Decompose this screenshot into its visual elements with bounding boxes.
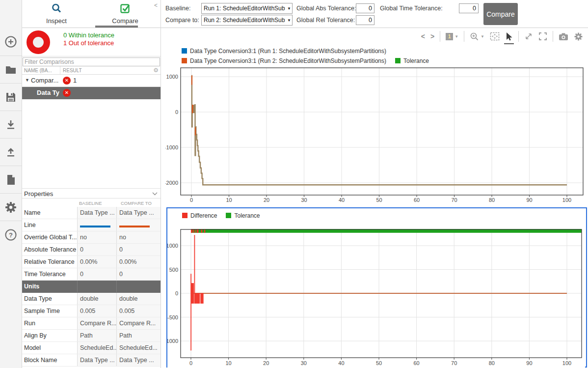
svg-text:50: 50 <box>376 360 382 366</box>
legend-label-difference[interactable]: Difference <box>190 212 217 219</box>
prev-page-icon[interactable]: < <box>421 32 425 40</box>
legend-swatch-run2 <box>182 58 187 63</box>
tab-compare[interactable]: Compare <box>91 0 160 28</box>
svg-text:10: 10 <box>226 197 232 203</box>
settings-button[interactable] <box>0 193 22 221</box>
expand-plot-button[interactable] <box>524 32 533 41</box>
legend-label-tolerance[interactable]: Tolerance <box>403 57 429 64</box>
baseline-chart-legend: Data Type Conversion3:1 (Run 1: Schedule… <box>182 47 429 67</box>
tab-inspect-label: Inspect <box>46 17 67 25</box>
svg-text:30: 30 <box>301 197 307 203</box>
compare-setup-bar: Baseline: Run 1: ScheduleEditorWithSubsy… <box>161 0 588 28</box>
svg-text:70: 70 <box>451 360 457 366</box>
export-button[interactable] <box>0 138 22 166</box>
compareto-run-dropdown[interactable]: Run 2: ScheduleEditorWithSubsystemPartit… <box>201 15 293 26</box>
property-row-model: Model ScheduleEd... ScheduleEd... <box>22 342 160 354</box>
snapshot-button[interactable] <box>559 32 568 41</box>
svg-text:90: 90 <box>526 197 532 203</box>
zoom-tool-button[interactable]: ▼ <box>470 32 484 41</box>
signal-name: Data Ty <box>30 89 59 96</box>
compare-line-swatch <box>119 226 150 227</box>
fit-to-view-button[interactable] <box>490 32 500 41</box>
help-button[interactable]: ? <box>0 221 22 248</box>
svg-text:0: 0 <box>190 197 193 203</box>
table-settings-icon[interactable]: ⚙ <box>153 67 159 74</box>
svg-text:0: 0 <box>175 109 178 115</box>
comparison-group-row[interactable]: ▼ Compar... ✕ 1 <box>22 75 160 87</box>
dropdown-caret-icon: ▼ <box>287 18 291 23</box>
legend-swatch-tolerance <box>226 213 231 218</box>
compare-button[interactable]: Compare <box>483 3 518 25</box>
comparison-group-name: Compar... <box>31 77 59 84</box>
global-time-tolerance-input[interactable] <box>459 3 479 13</box>
svg-text:1000: 1000 <box>167 243 178 249</box>
property-row-sample-time: Sample Time 0.005 0.005 <box>22 305 160 317</box>
report-button[interactable] <box>0 166 22 193</box>
camera-icon <box>559 32 568 41</box>
global-time-tolerance-label: Global Time Tolerance: <box>380 5 443 12</box>
legend-swatch-run1 <box>182 48 187 54</box>
resize-diagonal-icon <box>524 32 533 41</box>
within-tolerance-text: 0 Within tolerance <box>63 31 114 39</box>
legend-label-run1[interactable]: Data Type Conversion3:1 (Run 1: Schedule… <box>190 48 386 55</box>
svg-text:20: 20 <box>263 360 269 366</box>
open-button[interactable] <box>0 56 22 83</box>
legend-label-tolerance[interactable]: Tolerance <box>234 212 260 219</box>
expand-caret-icon[interactable]: ▼ <box>25 78 29 83</box>
save-button[interactable] <box>0 83 22 111</box>
add-icon <box>4 35 17 48</box>
zoom-in-icon <box>470 32 479 41</box>
comparison-table-header: NAME (BA... RESULT ⚙ <box>22 66 160 75</box>
plot-settings-button[interactable] <box>574 32 583 41</box>
difference-chart[interactable]: 010203040506070809010010005000-500-1000 <box>167 222 585 368</box>
gear-icon <box>574 32 583 41</box>
svg-text:0: 0 <box>175 290 178 296</box>
svg-text:40: 40 <box>339 197 345 203</box>
property-row-units: Units <box>22 281 160 293</box>
global-abs-tolerance-label: Global Abs Tolerance: <box>296 5 356 12</box>
svg-text:80: 80 <box>489 197 495 203</box>
inspect-icon <box>51 3 62 16</box>
property-row-line: Line <box>22 219 160 231</box>
legend-label-run2[interactable]: Data Type Conversion3:1 (Run 2: Schedule… <box>190 57 386 64</box>
document-icon <box>4 173 17 186</box>
help-icon: ? <box>4 228 17 241</box>
collapse-pane-icon[interactable]: < <box>154 2 158 9</box>
svg-text:500: 500 <box>169 267 178 273</box>
chevron-down-icon: ▼ <box>454 34 458 39</box>
fullscreen-button[interactable] <box>538 32 547 41</box>
global-abs-tolerance-input[interactable] <box>356 3 374 13</box>
signal-comparison-row-selected[interactable]: Data Ty ✕ <box>22 87 160 99</box>
add-button[interactable] <box>0 28 22 56</box>
import-button[interactable] <box>0 111 22 138</box>
plot-toolbar: < > 1 ▼ ▼ <box>421 29 583 43</box>
properties-header[interactable]: Properties <box>22 188 160 198</box>
column-result-header[interactable]: RESULT <box>63 68 82 73</box>
difference-subplot-selected[interactable]: Difference Tolerance 0102030405060708090… <box>166 207 587 368</box>
next-page-icon[interactable]: > <box>430 32 434 40</box>
filter-comparisons-input[interactable] <box>23 57 160 66</box>
property-row-abs-tol: Absolute Tolerance 0 0 <box>22 244 160 256</box>
property-row-run: Run Compare R... Compare R... <box>22 317 160 330</box>
out-of-tolerance-badge: ✕ <box>63 89 71 97</box>
pointer-tool-button[interactable] <box>505 32 513 41</box>
property-row-block-name: Block Name Data Type ... Data Type ... <box>22 354 160 367</box>
baseline-run-dropdown[interactable]: Run 1: ScheduleEditorWithSubsystemPartit… <box>201 3 293 14</box>
out-of-tolerance-badge: ✕ <box>63 77 71 85</box>
global-rel-tolerance-input[interactable] <box>356 15 374 25</box>
property-row-align-by: Align By Path Path <box>22 330 160 342</box>
svg-text:50: 50 <box>376 197 382 203</box>
subplot-layout-button[interactable]: 1 ▼ <box>446 33 458 40</box>
svg-text:100: 100 <box>562 360 571 366</box>
property-row-data-type: Data Type double double <box>22 293 160 305</box>
svg-text:20: 20 <box>264 197 269 203</box>
legend-swatch-tolerance <box>395 58 401 63</box>
svg-text:80: 80 <box>489 360 495 366</box>
column-name-header[interactable]: NAME (BA... <box>24 68 52 73</box>
out-of-tolerance-count: 1 <box>73 77 77 84</box>
tab-inspect[interactable]: Inspect <box>22 0 91 28</box>
compare-checkbox-icon <box>120 3 131 16</box>
signals-comparison-chart[interactable]: 010203040506070809010010000-1000-2000 <box>165 66 588 206</box>
svg-text:40: 40 <box>338 360 344 366</box>
global-rel-tolerance-label: Global Rel Tolerance: <box>296 17 355 24</box>
